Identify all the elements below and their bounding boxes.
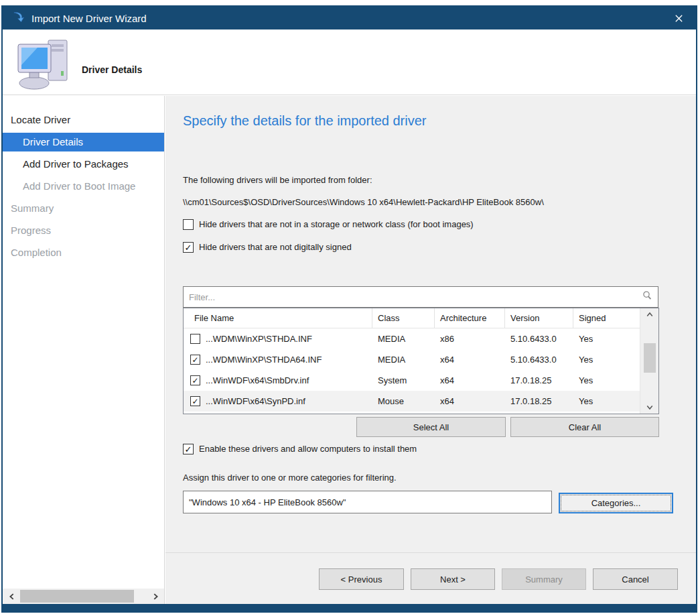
version-cell: 17.0.18.25 (505, 375, 573, 385)
clear-all-button[interactable]: Clear All (510, 417, 659, 437)
wizard-nav: Locate DriverDriver DetailsAdd Driver to… (3, 111, 164, 262)
folder-intro-text: The following drivers will be imported f… (183, 175, 372, 185)
summary-button: Summary (502, 568, 586, 590)
row-checkbox[interactable] (190, 334, 200, 344)
folder-path-text: \\cm01\Sources$\OSD\DriverSources\Window… (183, 197, 544, 207)
architecture-cell: x86 (435, 334, 505, 344)
file-name-cell: ...WinWDF\x64\SynPD.inf (206, 396, 305, 406)
filter-input[interactable] (184, 292, 642, 302)
search-icon (642, 290, 652, 304)
scroll-right-icon[interactable] (147, 589, 163, 604)
hide-storage-checkbox[interactable] (183, 219, 194, 230)
class-cell: System (372, 375, 435, 385)
close-button[interactable] (667, 9, 691, 27)
column-header-version[interactable]: Version (505, 308, 573, 328)
hide-unsigned-checkbox[interactable]: ✓ (183, 242, 194, 253)
categories-value-field (183, 491, 552, 513)
sidebar-item-locate-driver[interactable]: Locate Driver (3, 111, 164, 129)
scroll-down-icon[interactable] (640, 402, 659, 414)
wizard-content: Specify the details for the imported dri… (165, 96, 696, 604)
categories-value-input[interactable] (184, 491, 551, 513)
architecture-cell: x64 (435, 396, 505, 406)
sidebar-item-completion[interactable]: Completion (3, 243, 164, 262)
cancel-button[interactable]: Cancel (593, 568, 678, 590)
window-title: Import New Driver Wizard (31, 13, 667, 24)
scrollbar-thumb[interactable] (644, 343, 656, 373)
table-row[interactable]: ✓...WinWDF\x64\SynPD.infMousex6417.0.18.… (184, 391, 658, 412)
architecture-cell: x64 (435, 375, 505, 385)
signed-cell: Yes (573, 355, 639, 365)
table-row[interactable]: ✓...WinWDF\x64\SmbDrv.infSystemx6417.0.1… (184, 370, 658, 391)
title-bar: Import New Driver Wizard (3, 7, 696, 29)
version-cell: 17.0.18.25 (505, 396, 573, 406)
file-name-cell: ...WDM\WinXP\STHDA64.INF (206, 355, 322, 365)
enable-drivers-label: Enable these drivers and allow computers… (199, 444, 417, 454)
class-cell: Mouse (372, 396, 435, 406)
select-all-button[interactable]: Select All (356, 417, 506, 437)
architecture-cell: x64 (435, 355, 505, 365)
sidebar-item-add-driver-to-packages[interactable]: Add Driver to Packages (3, 155, 164, 174)
computer-icon (16, 38, 74, 94)
sidebar-horizontal-scrollbar[interactable] (3, 589, 165, 604)
table-row[interactable]: ...WDM\WinXP\STHDA.INFMEDIAx865.10.6433.… (184, 328, 658, 349)
enable-drivers-checkbox[interactable]: ✓ (183, 444, 194, 454)
scroll-left-icon[interactable] (4, 589, 20, 604)
file-name-cell: ...WDM\WinXP\STHDA.INF (206, 334, 312, 344)
sidebar-item-progress[interactable]: Progress (3, 221, 164, 240)
categories-button[interactable]: Categories... (559, 493, 673, 513)
next-button[interactable]: Next > (411, 568, 495, 590)
header-title: Driver Details (82, 64, 142, 75)
signed-cell: Yes (573, 375, 639, 385)
sidebar-item-summary[interactable]: Summary (3, 199, 164, 218)
filter-field (183, 286, 658, 308)
driver-table: File Name Class Architecture Version Sig… (183, 308, 659, 414)
scroll-up-icon[interactable] (640, 308, 659, 320)
page-title: Specify the details for the imported dri… (183, 113, 427, 129)
row-checkbox[interactable]: ✓ (190, 355, 200, 365)
table-header: File Name Class Architecture Version Sig… (184, 308, 658, 328)
table-row[interactable]: ✓...WDM\WinXP\STHDA64.INFMEDIAx645.10.64… (184, 349, 658, 370)
column-header-file-name[interactable]: File Name (184, 308, 372, 328)
bottom-accent-strip (3, 604, 696, 611)
categories-intro-text: Assign this driver to one or more catego… (183, 473, 397, 483)
footer-divider (165, 552, 696, 553)
row-checkbox[interactable]: ✓ (190, 375, 200, 385)
table-vertical-scrollbar[interactable] (640, 308, 658, 414)
version-cell: 5.10.6433.0 (505, 334, 573, 344)
column-header-signed[interactable]: Signed (573, 308, 639, 328)
sidebar-item-add-driver-to-boot-image[interactable]: Add Driver to Boot Image (3, 177, 164, 196)
version-cell: 5.10.6433.0 (505, 355, 573, 365)
sidebar-item-driver-details[interactable]: Driver Details (3, 133, 164, 151)
scrollbar-thumb[interactable] (20, 590, 134, 603)
file-name-cell: ...WinWDF\x64\SmbDrv.inf (206, 375, 309, 385)
signed-cell: Yes (573, 334, 639, 344)
wizard-sidebar: Locate DriverDriver DetailsAdd Driver to… (3, 96, 165, 604)
import-driver-wizard-window: Import New Driver Wizard (0, 0, 700, 614)
class-cell: MEDIA (372, 334, 435, 344)
driver-table-body: ...WDM\WinXP\STHDA.INFMEDIAx865.10.6433.… (184, 328, 658, 412)
signed-cell: Yes (573, 396, 639, 406)
column-header-class[interactable]: Class (372, 308, 435, 328)
hide-storage-label: Hide drivers that are not in a storage o… (199, 219, 474, 229)
wizard-dialog: Import New Driver Wizard (1, 5, 697, 613)
class-cell: MEDIA (372, 355, 435, 365)
hide-unsigned-label: Hide drivers that are not digitally sign… (199, 242, 352, 252)
previous-button[interactable]: < Previous (319, 568, 404, 590)
row-checkbox[interactable]: ✓ (190, 396, 200, 406)
wizard-arrow-icon (12, 11, 25, 26)
wizard-header: Driver Details (3, 29, 696, 95)
column-header-architecture[interactable]: Architecture (435, 308, 505, 328)
